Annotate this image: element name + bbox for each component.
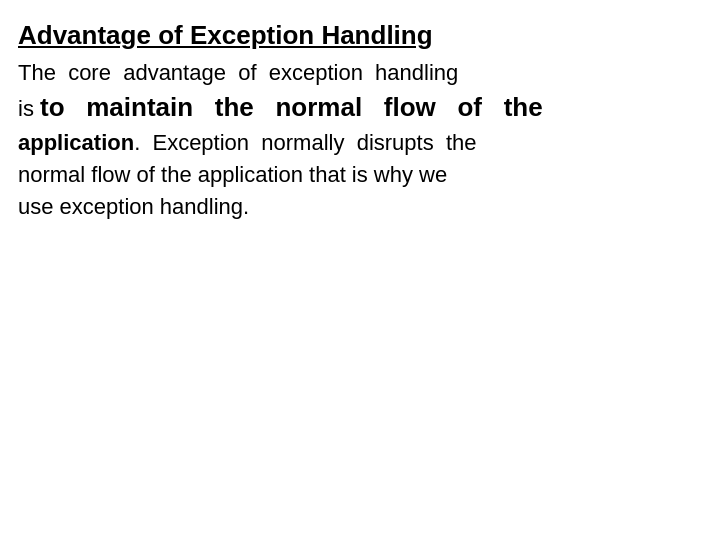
line1: The core advantage of exception handling: [18, 60, 458, 85]
line5: use exception handling.: [18, 194, 249, 219]
line2-prefix: is: [18, 96, 40, 121]
line2-bold: to maintain the normal flow of the: [40, 92, 543, 122]
line3-normal: . Exception normally disrupts the: [134, 130, 476, 155]
line4: normal flow of the application that is w…: [18, 162, 447, 187]
body-paragraph: The core advantage of exception handling…: [18, 57, 543, 222]
page-title: Advantage of Exception Handling: [18, 20, 543, 51]
content-area: Advantage of Exception Handling The core…: [0, 0, 561, 242]
word-application: application: [18, 130, 134, 155]
